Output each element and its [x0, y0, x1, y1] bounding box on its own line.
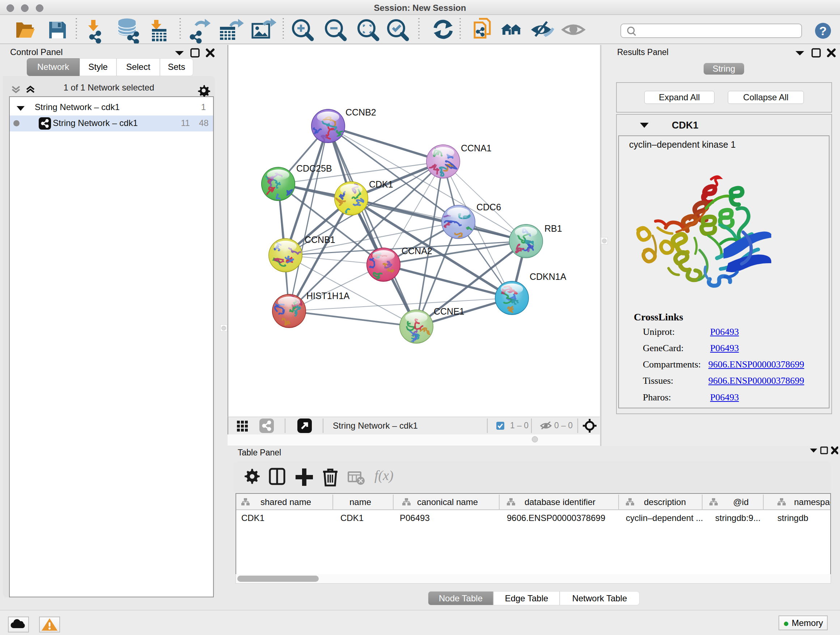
svg-text:9606.ENSP00000378699: 9606.ENSP00000378699	[507, 513, 605, 523]
svg-text:?: ?	[819, 24, 827, 38]
svg-text:String Network – cdk1: String Network – cdk1	[333, 421, 418, 431]
svg-text:HIST1H1A: HIST1H1A	[306, 291, 350, 301]
svg-text:canonical name: canonical name	[417, 497, 478, 507]
svg-text:cyclin–dependent ...: cyclin–dependent ...	[626, 513, 703, 523]
svg-text:@id: @id	[733, 497, 748, 507]
svg-text:CCNB1: CCNB1	[305, 234, 335, 245]
svg-text:f(x): f(x)	[374, 468, 393, 483]
svg-text:CDC25B: CDC25B	[296, 163, 332, 173]
svg-text:CDKN1A: CDKN1A	[530, 272, 567, 282]
svg-text:database identifier: database identifier	[524, 497, 595, 507]
svg-text:CDK1: CDK1	[340, 513, 363, 523]
svg-text:CCNA1: CCNA1	[461, 143, 492, 153]
svg-text:CCNB2: CCNB2	[346, 107, 376, 117]
svg-text:CDC6: CDC6	[477, 202, 501, 212]
svg-text:P06493: P06493	[400, 513, 430, 523]
svg-text:description: description	[644, 497, 686, 507]
svg-text:namespace: namespace	[794, 497, 830, 507]
svg-text:CCNE1: CCNE1	[434, 306, 464, 317]
svg-text:name: name	[349, 497, 371, 507]
svg-text:CDK1: CDK1	[241, 513, 264, 523]
svg-text:CCNA2: CCNA2	[401, 246, 432, 256]
svg-text:1 – 0: 1 – 0	[510, 421, 529, 430]
svg-text:CDK1: CDK1	[369, 179, 393, 189]
svg-text:RB1: RB1	[545, 223, 562, 233]
svg-text:stringdb: stringdb	[777, 513, 808, 523]
svg-text:0 – 0: 0 – 0	[554, 421, 573, 430]
svg-text:stringdb:9...: stringdb:9...	[715, 513, 760, 523]
svg-text:shared name: shared name	[261, 497, 311, 507]
